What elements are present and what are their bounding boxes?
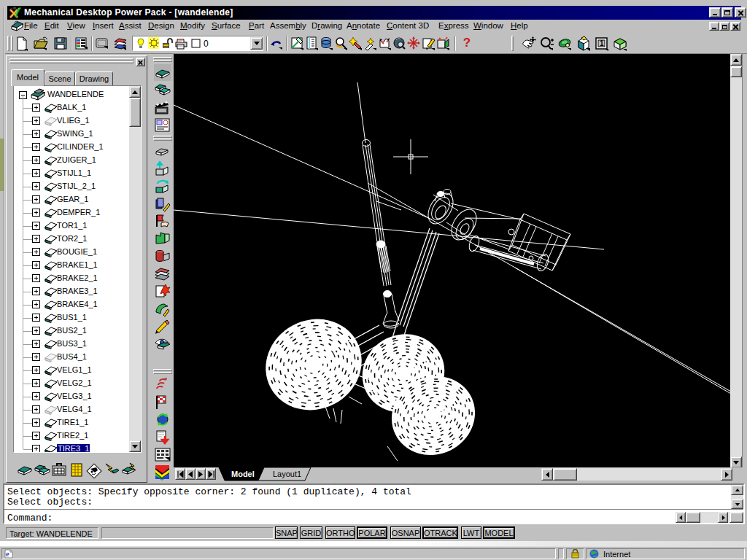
svg-text:Model: Model [231,470,255,478]
svg-text:1: 1 [600,39,604,47]
svg-text:e: e [6,550,9,558]
svg-text:Layout1: Layout1 [273,470,301,478]
